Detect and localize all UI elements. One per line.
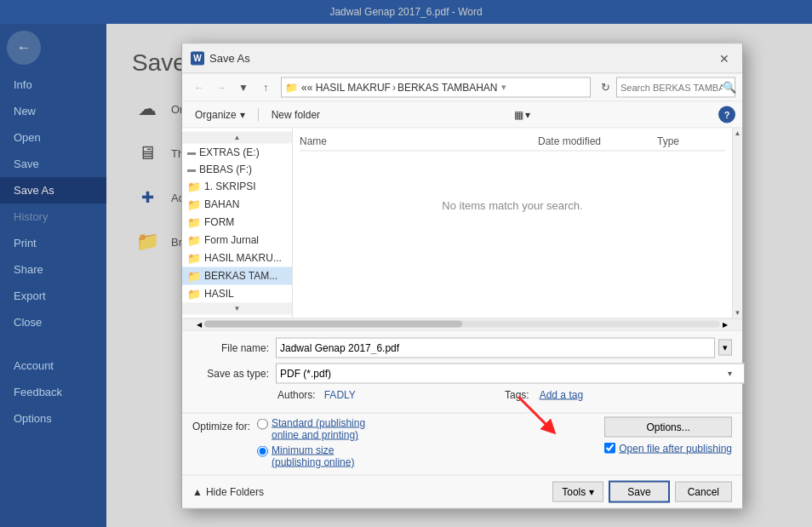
search-bar: 🔍: [616, 77, 735, 97]
title-text: Jadwal Genap 2017_6.pdf - Word: [329, 6, 482, 18]
savetype-select[interactable]: PDF (*.pdf): [276, 363, 745, 383]
tree-item-label-extras: EXTRAS (E:): [199, 146, 260, 158]
scroll-down-button[interactable]: ▼: [733, 307, 743, 318]
tree-item-label-formjurnal: Form Jurnal: [204, 234, 259, 246]
dialog-titlebar-left: W Save As: [191, 51, 250, 65]
optimize-label: Optimize for:: [192, 416, 250, 435]
tree-item-hasil2[interactable]: 📁 HASIL: [182, 284, 292, 302]
options-button[interactable]: Options...: [604, 416, 732, 437]
tree-item-bahan[interactable]: 📁 BAHAN: [182, 195, 292, 213]
tree-scroll-down[interactable]: ▼: [182, 302, 292, 314]
view-dropdown-icon: ▾: [525, 108, 530, 120]
hscroll-left[interactable]: ◀: [194, 319, 204, 329]
footer-right: Tools ▾ Save Cancel: [552, 480, 732, 502]
refresh-button[interactable]: ↻: [596, 77, 615, 96]
authors-label: Authors:: [277, 388, 316, 400]
title-bar: Jadwal Genap 2017_6.pdf - Word: [0, 0, 812, 24]
view-icon: ▦: [514, 108, 523, 120]
dialog-titlebar: W Save As ✕: [182, 43, 742, 73]
horizontal-scrollbar[interactable]: ◀ ▶: [182, 318, 742, 329]
nav-up-button[interactable]: ↑: [255, 77, 276, 96]
nav-recent-button[interactable]: ▼: [233, 77, 254, 96]
organize-button[interactable]: Organize ▾: [189, 105, 251, 123]
hide-folders-button[interactable]: ▲ Hide Folders: [192, 485, 264, 497]
radio-group: Standard (publishingonline and printing)…: [257, 416, 365, 467]
open-after-checkbox-row: Open file after publishing: [604, 442, 732, 454]
dialog-close-button[interactable]: ✕: [715, 49, 734, 67]
col-type: Type: [657, 135, 725, 146]
filename-wrapper: ▾: [276, 337, 732, 358]
optimize-right: Options... Open file after publishing: [604, 416, 732, 467]
tags-add-link[interactable]: Add a tag: [540, 388, 583, 400]
radio-standard-input[interactable]: [257, 418, 268, 429]
no-items-message: No items match your search.: [300, 154, 725, 256]
tree-item-label-berkas: BERKAS TAM...: [204, 270, 277, 282]
radio-minimum-input[interactable]: [257, 445, 268, 456]
cancel-button[interactable]: Cancel: [675, 481, 732, 501]
open-after-checkbox[interactable]: [604, 443, 615, 454]
tree-item-bebas[interactable]: ▬ BEBAS (F:): [182, 160, 292, 177]
filename-row: File name: ▾: [192, 337, 732, 358]
breadcrumb-bar[interactable]: 📁 «« HASIL MAKRUF › BERKAS TAMBAHAN ▾: [281, 77, 591, 97]
hscroll-right[interactable]: ▶: [720, 319, 730, 329]
folder-icon-formjurnal: 📁: [187, 233, 201, 246]
nav-back-button[interactable]: ←: [189, 77, 209, 96]
col-date: Date modified: [538, 135, 657, 146]
breadcrumb-part2: BERKAS TAMBAHAN: [397, 81, 498, 93]
tools-dropdown-icon: ▾: [589, 485, 594, 497]
tree-item-label-form: FORM: [204, 216, 234, 228]
vertical-scrollbar[interactable]: ▲ ▼: [732, 128, 742, 318]
radio-standard-label: Standard (publishingonline and printing): [272, 416, 365, 440]
breadcrumb-dropdown-icon[interactable]: ▾: [501, 82, 506, 93]
folder-icon-skripsi: 📁: [187, 180, 201, 192]
tree-item-label-bahan: BAHAN: [204, 198, 239, 210]
standard-option-link[interactable]: Standard (publishingonline and printing): [272, 416, 365, 440]
filename-dropdown-btn[interactable]: ▾: [718, 340, 732, 356]
tree-item-label-hasil2: HASIL: [204, 288, 234, 300]
meta-row: Authors: FADLY Tags: Add a tag: [192, 388, 732, 400]
tree-item-skripsi[interactable]: 📁 1. SKRIPSI: [182, 177, 292, 195]
file-header: Name Date modified Type: [300, 135, 725, 151]
save-button[interactable]: Save: [609, 480, 669, 502]
tags-field: Tags: Add a tag: [505, 388, 732, 400]
help-button[interactable]: ?: [718, 106, 735, 123]
nav-forward-button[interactable]: →: [211, 77, 232, 96]
tools-label: Tools: [562, 485, 586, 497]
dialog-overlay: W Save As ✕ ← → ▼ ↑ 📁 «« HASIL MAKRUF › …: [0, 24, 812, 527]
form-area: File name: ▾ Save as type: PDF (*.pdf) ▾…: [182, 329, 742, 412]
hide-folders-label: Hide Folders: [206, 485, 264, 497]
tree-item-hasil[interactable]: 📁 HASIL MAKRU...: [182, 249, 292, 266]
filename-label: File name:: [192, 341, 269, 353]
col-name: Name: [300, 135, 538, 146]
new-folder-label: New folder: [272, 108, 320, 120]
tools-button[interactable]: Tools ▾: [552, 481, 603, 501]
search-input[interactable]: [620, 82, 723, 92]
authors-field: Authors: FADLY: [277, 388, 505, 400]
open-after-label: Open file after publishing: [619, 442, 732, 454]
tree-item-label-hasil: HASIL MAKRU...: [204, 252, 282, 264]
file-browser: ▲ ▬ EXTRAS (E:) ▬ BEBAS (F:) 📁 1. SKRIPS…: [182, 128, 742, 318]
view-button[interactable]: ▦ ▾: [511, 106, 534, 122]
scroll-up-button[interactable]: ▲: [733, 128, 743, 138]
toolbar: Organize ▾ New folder ▦ ▾ ?: [182, 101, 742, 128]
folder-icon-berkas: 📁: [187, 269, 201, 282]
drive-icon-bebas: ▬: [187, 164, 196, 174]
savetype-row: Save as type: PDF (*.pdf) ▾: [192, 363, 732, 383]
folder-tree: ▲ ▬ EXTRAS (E:) ▬ BEBAS (F:) 📁 1. SKRIPS…: [182, 128, 293, 318]
tree-item-label-skripsi: 1. SKRIPSI: [204, 180, 256, 192]
tree-scroll-up[interactable]: ▲: [182, 131, 292, 143]
tree-item-berkas[interactable]: 📁 BERKAS TAM...: [182, 266, 292, 284]
radio-minimum: Minimum size(publishing online): [257, 444, 365, 467]
filename-input[interactable]: [276, 337, 715, 358]
drive-icon-extras: ▬: [187, 147, 196, 157]
tree-item-formjurnal[interactable]: 📁 Form Jurnal: [182, 231, 292, 249]
new-folder-button[interactable]: New folder: [266, 105, 326, 123]
search-icon: 🔍: [723, 81, 736, 94]
optimize-left: Optimize for: Standard (publishingonline…: [192, 416, 365, 467]
tree-item-extras[interactable]: ▬ EXTRAS (E:): [182, 143, 292, 160]
organize-dropdown-icon: ▾: [240, 108, 245, 120]
minimum-option-link[interactable]: Minimum size(publishing online): [272, 444, 354, 467]
breadcrumb-folder-icon: 📁: [285, 81, 298, 93]
tree-item-form[interactable]: 📁 FORM: [182, 213, 292, 231]
hscroll-thumb[interactable]: [204, 321, 462, 328]
